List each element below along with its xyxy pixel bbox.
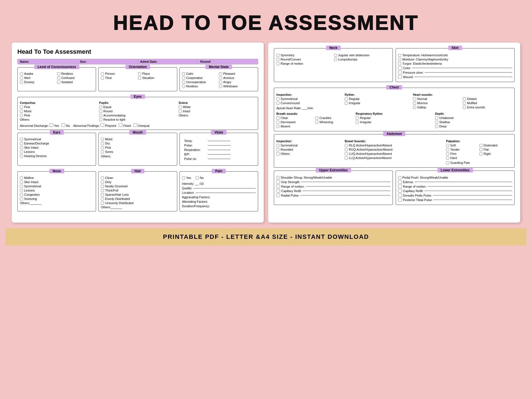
abdomen-rounded: Rounded (276, 148, 342, 151)
info-sex: Sex: (78, 59, 138, 64)
heart-gallop: Gallop (413, 106, 462, 109)
pain-section: Pain Yes No Intensity: __ /10 Quality: (179, 171, 258, 211)
palp-tender: Tender (446, 148, 479, 151)
ms-cooperative: Cooperative (182, 76, 219, 80)
depth-label: Depth: (435, 112, 512, 115)
neck-skin-row: Neck Symmetry Round/Convex Range of moti… (274, 48, 515, 85)
breath-crackles: Crackles (315, 116, 354, 120)
skin-moisture: Moisture: Clammy/diaphoretic/dry (398, 58, 512, 61)
vitals-pulse-ox: Pulse ox: (184, 157, 253, 160)
mouth-section: Mouth Moist Dry Pink Sores Others: (98, 133, 177, 166)
sclera-label: Sclera: (179, 101, 256, 104)
ears-section: Ears Symmetrical Earwax/Discharge Skin I… (17, 133, 96, 166)
info-admit: Admit Date: (138, 59, 198, 64)
orient-situation: Situation (138, 76, 175, 80)
neck-range-motion: Range of motion (276, 62, 333, 65)
mental-state-header: Mental State (206, 65, 232, 69)
nose-section: Nose Midline Skin Intact Symmetrical Les… (17, 171, 96, 211)
bowel-luq: LUQ:Active/Hyperactive/Absent (345, 152, 444, 155)
pages-container: Head To Toe Assessment Name: Sex: Admit … (6, 43, 526, 223)
extremities-row: Upper Extremities Shoulder Shrug: Strong… (274, 171, 515, 208)
hair-others: Others: (101, 206, 174, 209)
pupils-label: Pupils: (99, 101, 176, 104)
pain-aggravating: Aggravating Factors: (182, 195, 256, 199)
breath-clear: Clear (276, 116, 315, 120)
upper-capillary: Capillary Refill: (276, 189, 390, 193)
ear-skin-intact: Skin Intact (20, 146, 94, 149)
vitals-temp: Temp: (184, 139, 253, 143)
mouth-header: Mouth (129, 130, 146, 135)
nose-symmetrical: Symmetrical (20, 185, 94, 188)
chest-header: Chest (386, 85, 402, 90)
eye-accommodating: Accommodating (99, 114, 176, 117)
orientation-header: Orientation (125, 65, 150, 69)
skin-section: Skin Temperature: Hot/warm/cool/cold Moi… (396, 48, 515, 82)
resp-rhythm-label: Respiratory Rythm: (356, 112, 433, 115)
eye-others-label: Others: (20, 118, 97, 121)
pain-quality: Quality: (182, 186, 256, 190)
resp-irregular: Irregular (356, 120, 433, 124)
depth-unlabored: Unlabored (435, 116, 512, 120)
chest-symmetrical: Symmetrical (276, 97, 342, 101)
heart-extra: Extra sounds (463, 106, 512, 109)
nose-lesions: Lesions (20, 189, 94, 192)
chest-rhythm-regular: Regular (345, 97, 411, 101)
info-room: Room# (198, 59, 258, 64)
bowel-llq: LLQ:Active/Hyperactive/Absent (345, 156, 444, 160)
lower-range-motion: Range of motion: (398, 185, 512, 188)
hair-clean: Clean (101, 176, 174, 179)
eye-reactive: Reactive to light (99, 118, 176, 121)
pain-duration: Duration/Frequency: (182, 204, 256, 208)
abdomen-others: Others (276, 152, 342, 155)
palpation-label: Palpation: (446, 139, 512, 143)
resp-regular: Regular (356, 116, 433, 120)
chest-apical-rate: Apical Heart Rate: ___/min (276, 106, 342, 110)
depth-deep: Deep (435, 125, 512, 128)
orient-person: Person (101, 72, 137, 75)
eyes-header: Eyes (130, 94, 145, 99)
abdomen-symmetrical: Symmetrical (276, 144, 342, 147)
ms-calm: Calm (182, 72, 219, 75)
abdomen-header: Abdomen (383, 132, 405, 136)
lower-edema: Edema: (398, 180, 512, 184)
nose-others: Others: (20, 201, 94, 205)
chest-rhythm-label: Rythm: (345, 93, 411, 96)
depth-shallow: Shallow (435, 120, 512, 124)
loc-drowsy: Drowsy (20, 80, 57, 84)
bowel-sounds-label: Bowel Sounds: (345, 139, 444, 143)
mouth-moist: Moist (101, 137, 174, 141)
palp-rigid: Rigid (479, 152, 512, 155)
palp-guarding: Guarding Pain (446, 161, 512, 164)
eye-moist: Moist (20, 109, 97, 113)
nose-header: Nose (49, 169, 64, 173)
chest-heart-sounds-label: Heart sounds: (413, 93, 512, 96)
neck-symmetry: Symmetry (276, 53, 333, 57)
upper-extremities-header: Upper Extremities (316, 168, 351, 172)
palp-hard: Hard (446, 156, 479, 160)
eye-pink1: Pink (20, 105, 97, 109)
palp-firm: Firm (446, 152, 479, 155)
eye-white: White (179, 105, 256, 109)
ear-lesions: Lesions (20, 150, 94, 153)
hair-evenly: Evenly Distributed (101, 197, 174, 200)
ms-pleasant: Pleasant (219, 72, 256, 75)
eye-round: Round (99, 109, 176, 113)
upper-radial-pulse: Radial Pulse: (276, 193, 390, 197)
pain-no: No (196, 176, 204, 179)
hair-section: Hair Clean Dirty Neatly Groomed Thick/Fu… (98, 171, 177, 211)
ear-discharge: Earwax/Discharge (20, 142, 94, 145)
skin-turgor: Turgor: Elastic/tented/edema (398, 62, 512, 65)
heart-normal: Normal (413, 97, 462, 101)
lower-extremities-section: Lower Extremities Pedal Push: Strong/Wea… (396, 171, 515, 205)
eyes-section: Eyes Conjuctiva: Pink Moist Pink Others: (17, 97, 258, 130)
skin-pressure-ulcer: Pressure ulcer: (398, 71, 512, 74)
orient-time: Time (101, 76, 137, 80)
upper-range-motion: Range of motion: (276, 185, 390, 188)
palp-flat: Flat (479, 148, 512, 151)
nose-midline: Midline (20, 176, 94, 179)
skin-wound: Wound: (398, 75, 512, 79)
ms-anxious: Anxious (219, 76, 256, 80)
conjunctiva-label: Conjuctiva: (20, 101, 97, 104)
loc-sedated: Sedated (57, 80, 94, 84)
heart-distant: Distant (463, 97, 512, 101)
